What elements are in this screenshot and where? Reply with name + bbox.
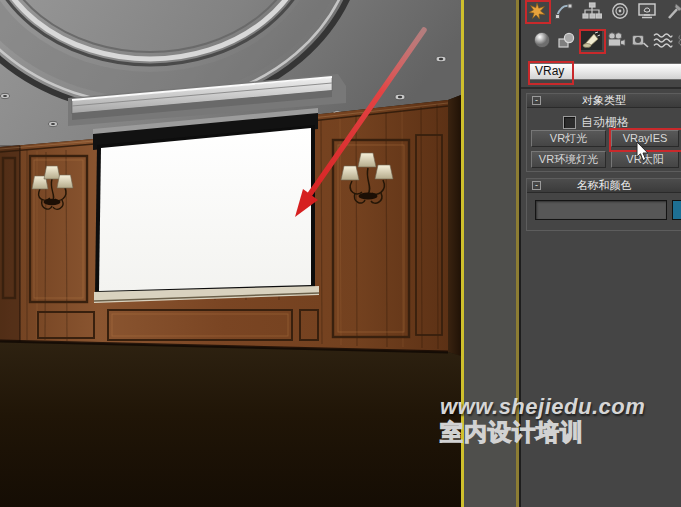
create-star-icon[interactable] bbox=[526, 1, 548, 21]
collapse-icon[interactable]: - bbox=[532, 96, 541, 105]
application-window: VRay - 对象类型 自动栅格 VR灯光 VRayIES VR环境灯光 VR太… bbox=[0, 0, 681, 507]
motion-circles-icon[interactable] bbox=[609, 1, 631, 21]
autogrid-checkbox[interactable] bbox=[563, 116, 576, 129]
adjacent-viewport[interactable] bbox=[464, 0, 516, 507]
utilities-hammer-icon[interactable] bbox=[664, 1, 681, 21]
display-monitor-icon[interactable] bbox=[636, 1, 658, 21]
camera-icon[interactable] bbox=[605, 30, 627, 50]
vr-sun-button[interactable]: VR太阳 bbox=[611, 151, 679, 168]
lights-spotlight-icon[interactable] bbox=[580, 30, 602, 50]
vr-light-button[interactable]: VR灯光 bbox=[531, 130, 606, 147]
shapes-icon[interactable] bbox=[555, 30, 577, 50]
helpers-tape-icon[interactable] bbox=[629, 30, 651, 50]
rollout-name-color-header[interactable]: - 名称和颜色 bbox=[527, 179, 681, 193]
command-panel: VRay - 对象类型 自动栅格 VR灯光 VRayIES VR环境灯光 VR太… bbox=[521, 0, 681, 507]
projection-screen bbox=[93, 108, 319, 303]
rollout-object-type-title: 对象类型 bbox=[582, 94, 626, 106]
space-warps-waves-icon[interactable] bbox=[652, 30, 674, 50]
scene-render bbox=[0, 0, 461, 507]
rollout-name-color: - 名称和颜色 bbox=[526, 178, 681, 231]
floor bbox=[0, 341, 461, 507]
rollout-object-type: - 对象类型 自动栅格 VR灯光 VRayIES VR环境灯光 VR太阳 bbox=[526, 93, 681, 172]
perspective-viewport[interactable] bbox=[0, 0, 461, 507]
rollout-object-type-header[interactable]: - 对象类型 bbox=[527, 94, 681, 108]
light-type-dropdown[interactable]: VRay bbox=[529, 63, 681, 80]
systems-gears-icon[interactable] bbox=[674, 30, 681, 50]
modify-curve-icon[interactable] bbox=[553, 1, 575, 21]
hierarchy-icon[interactable] bbox=[581, 1, 603, 21]
color-swatch[interactable] bbox=[672, 200, 681, 220]
object-name-field[interactable] bbox=[535, 200, 667, 220]
collapse-icon[interactable]: - bbox=[532, 181, 541, 190]
autogrid-label: 自动栅格 bbox=[581, 114, 629, 131]
autogrid-row: 自动栅格 bbox=[563, 114, 629, 131]
vrayies-button[interactable]: VRayIES bbox=[611, 130, 679, 147]
geometry-sphere-icon[interactable] bbox=[531, 30, 553, 50]
rollout-name-color-title: 名称和颜色 bbox=[577, 179, 632, 191]
vr-ambient-light-button[interactable]: VR环境灯光 bbox=[531, 151, 606, 168]
panel-separator bbox=[521, 87, 681, 89]
